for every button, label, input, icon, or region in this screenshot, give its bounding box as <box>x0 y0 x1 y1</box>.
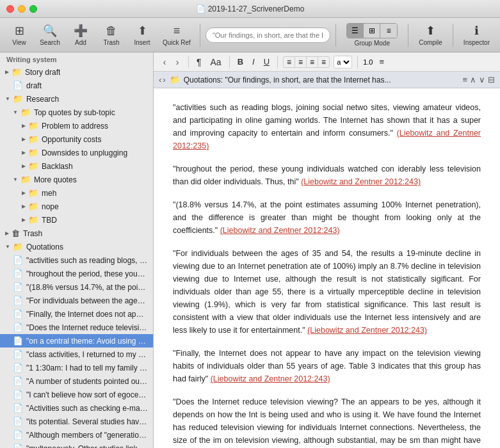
paragraph-style-button[interactable]: ¶ <box>194 56 204 68</box>
doc-icon: 📄 <box>13 430 23 440</box>
sidebar-item-tbd[interactable]: ▶ 📁 TBD <box>0 213 153 227</box>
doc-header-up-button[interactable]: ∧ <box>470 75 476 84</box>
align-left-button[interactable]: ≡ <box>284 57 295 67</box>
doc-content[interactable]: "activities such as reading blogs, joini… <box>154 88 500 448</box>
folder-icon: 📁 <box>12 67 22 77</box>
doc-icon: 📄 <box>13 376 23 386</box>
doc-header-folder-icon: 📁 <box>170 75 180 84</box>
search-button[interactable]: 🔍 Search <box>36 20 64 50</box>
sidebar-item-q4[interactable]: 📄 "For individuals between the ages of 3… <box>0 294 153 307</box>
trash-button[interactable]: 🗑 Trash <box>97 20 125 50</box>
sidebar-item-research[interactable]: ▼ 📁 Research <box>0 92 153 106</box>
align-justify-button[interactable]: ≡ <box>318 57 329 67</box>
sidebar-item-quotations[interactable]: ▼ 📁 Quotations <box>0 240 153 253</box>
view-icon: ⊞ <box>15 24 24 38</box>
sidebar-item-meh[interactable]: ▶ 📁 meh <box>0 186 153 200</box>
group-mode-section: ☰ ⊞ ≡ Group Mode <box>341 20 403 50</box>
compile-button[interactable]: ⬆ Compile <box>414 20 448 50</box>
main-layout: Writing system ▶ 📁 Story draft 📄 draft ▼… <box>0 52 500 448</box>
doc-header-nav[interactable]: ‹ › <box>159 75 166 84</box>
sidebar-item-q7[interactable]: 📄 "on a central theme: Avoid using techn… <box>0 334 153 348</box>
sidebar-item-q2[interactable]: 📄 "hroughout the period, these young ind… <box>0 267 153 280</box>
group-mode-btn-scrivenings[interactable]: ☰ <box>347 24 364 38</box>
align-center-button[interactable]: ≡ <box>295 57 307 67</box>
font-size-button[interactable]: Aa <box>208 56 224 68</box>
sidebar-item-q11[interactable]: 📄 "I can't believe how sort of egocentri… <box>0 388 153 401</box>
triangle-icon: ▼ <box>13 177 18 182</box>
folder-icon: 📁 <box>28 215 38 225</box>
format-bar: ‹ › ¶ Aa B I U ≡ ≡ ≡ ≡ a 1.0 ≡ <box>154 52 500 72</box>
quick-ref-icon: ≡ <box>173 24 181 38</box>
citation-link-3[interactable]: (Liebowitz and Zentner 2012:243) <box>220 226 340 235</box>
format-nav[interactable]: ‹ › <box>159 56 183 68</box>
doc-icon: 📄 <box>13 309 23 319</box>
text-style-select[interactable]: a <box>334 56 352 68</box>
paragraph-4: "For individuals between the ages of 35 … <box>173 247 481 337</box>
underline-button[interactable]: U <box>261 56 272 68</box>
doc-icon: 📄 <box>13 444 23 448</box>
doc-nav-next-button[interactable]: › <box>163 75 165 84</box>
sidebar-item-q6[interactable]: 📄 "Does the Internet reduce television v… <box>0 321 153 334</box>
group-mode-btn-outline[interactable]: ≡ <box>380 24 397 38</box>
maximize-button[interactable] <box>29 5 37 13</box>
sidebar-item-q1[interactable]: 📄 "activities such as reading blogs, joi… <box>0 253 153 267</box>
quick-search-input[interactable] <box>206 28 330 43</box>
doc-icon: 📄 <box>13 282 23 292</box>
triangle-icon: ▶ <box>22 190 26 196</box>
sidebar-item-more-quotes[interactable]: ▼ 📁 More quotes <box>0 173 153 186</box>
doc-header-split-button[interactable]: ⊟ <box>488 75 495 84</box>
group-mode-buttons[interactable]: ☰ ⊞ ≡ <box>346 23 398 38</box>
doc-header-down-button[interactable]: ∨ <box>479 75 485 84</box>
citation-link-2[interactable]: (Liebowitz and Zentner 2012:243) <box>301 177 421 186</box>
triangle-icon: ▼ <box>5 244 10 250</box>
sidebar-item-q9[interactable]: 📄 "1 1:30am: I had to tell my family and… <box>0 361 153 374</box>
triangle-icon: ▶ <box>22 217 26 223</box>
italic-button[interactable]: I <box>250 56 257 68</box>
citation-link-5[interactable]: (Liebowitz and Zentner 2012:243) <box>211 374 330 383</box>
bold-button[interactable]: B <box>235 56 246 68</box>
quick-ref-button[interactable]: ≡ Quick Ref <box>159 20 195 50</box>
align-right-button[interactable]: ≡ <box>307 57 318 67</box>
citation-link-1[interactable]: (Liebowitz and Zentner 2012:235) <box>173 129 481 150</box>
traffic-lights[interactable] <box>6 5 37 13</box>
sidebar-item-opportunity-costs[interactable]: ▶ 📁 Opportunity costs <box>0 132 153 146</box>
sidebar-item-nope[interactable]: ▶ 📁 nope <box>0 200 153 213</box>
sidebar-item-q3[interactable]: 📄 "(18.8% versus 14.7%, at the point est… <box>0 280 153 294</box>
sidebar-item-trash[interactable]: ▶ 🗑 Trash <box>0 227 153 240</box>
sidebar-item-q13[interactable]: 📄 "its potential. Several studies have f… <box>0 415 153 428</box>
sidebar-item-downsides-unplugging[interactable]: ▶ 📁 Downsides to unplugging <box>0 146 153 159</box>
add-button[interactable]: ➕ Add <box>67 20 95 50</box>
doc-nav-prev-button[interactable]: ‹ <box>159 75 161 84</box>
toolbar-separator-1 <box>200 24 200 47</box>
sidebar-item-backlash[interactable]: ▶ 📁 Backlash <box>0 159 153 173</box>
nav-next-button[interactable]: › <box>172 56 183 68</box>
sidebar-item-q15[interactable]: 📄 "multaneously. Other studies link incr… <box>0 442 153 448</box>
doc-icon: 📄 <box>13 349 23 359</box>
sidebar-item-q14[interactable]: 📄 "Although members of "generation M" th… <box>0 428 153 442</box>
sidebar-item-problem[interactable]: ▶ 📁 Problem to address <box>0 119 153 132</box>
sidebar-item-q10[interactable]: 📄 "A number of students pointed out the … <box>0 374 153 388</box>
paragraph-2: "hroughout the period, these young indiv… <box>173 163 481 188</box>
line-spacing-button[interactable]: ≡ <box>376 56 387 68</box>
align-buttons[interactable]: ≡ ≡ ≡ ≡ <box>283 56 330 68</box>
triangle-icon: ▼ <box>13 109 18 115</box>
sidebar-item-q12[interactable]: 📄 "Activities such as checking e-mails/t… <box>0 401 153 415</box>
sidebar-item-q8[interactable]: 📄 "class activities, I returned to my co… <box>0 348 153 361</box>
minimize-button[interactable] <box>18 5 26 13</box>
sidebar-item-q5[interactable]: 📄 "Finally, the Internet does not appear… <box>0 307 153 321</box>
triangle-icon: ▶ <box>22 136 26 142</box>
doc-icon: 📄 <box>13 363 23 372</box>
folder-icon: 📁 <box>28 202 38 211</box>
group-mode-btn-corkboard[interactable]: ⊞ <box>364 24 380 38</box>
view-button[interactable]: ⊞ View <box>5 20 33 50</box>
sidebar-item-story-draft[interactable]: ▶ 📁 Story draft <box>0 65 153 79</box>
insert-button[interactable]: ⬆ Insert <box>128 20 156 50</box>
close-button[interactable] <box>6 5 14 13</box>
inspector-button[interactable]: ℹ Inspector <box>458 20 495 50</box>
doc-header-actions[interactable]: ≡ ∧ ∨ ⊟ <box>462 75 495 84</box>
nav-prev-button[interactable]: ‹ <box>159 56 170 68</box>
sidebar-item-top-quotes[interactable]: ▼ 📁 Top quotes by sub-topic <box>0 106 153 119</box>
citation-link-4[interactable]: (Liebowitz and Zentner 2012:243) <box>307 326 427 335</box>
doc-header-menu-button[interactable]: ≡ <box>462 75 467 84</box>
sidebar-item-draft[interactable]: 📄 draft <box>0 79 153 92</box>
